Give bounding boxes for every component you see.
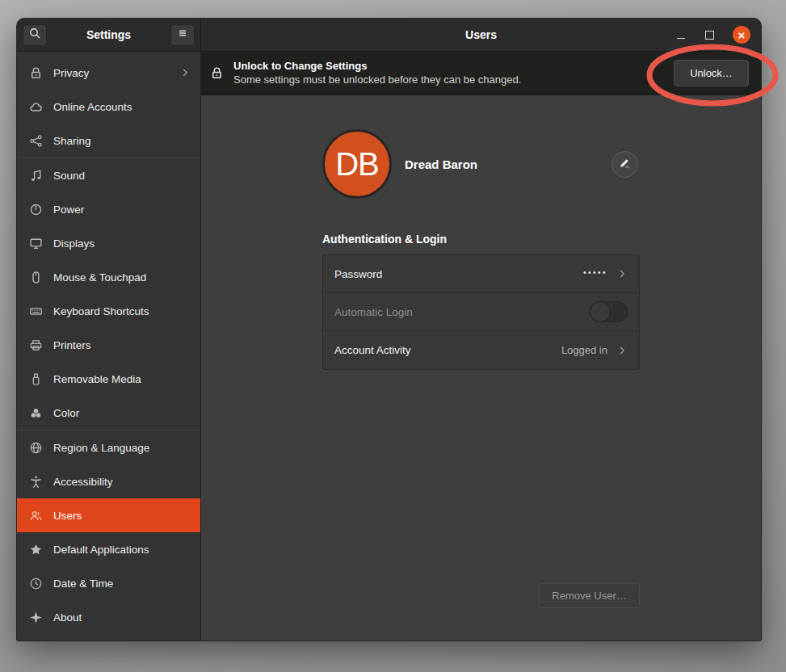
- sidebar-item-label: Privacy: [53, 67, 89, 79]
- sidebar-item-keyboard-shortcuts[interactable]: Keyboard Shortcuts: [17, 294, 200, 328]
- toggle-knob: [590, 301, 611, 322]
- automatic-login-row: Automatic Login: [323, 293, 639, 331]
- auth-rows-box: Password ••••• Automatic Login: [322, 254, 640, 370]
- sidebar-item-label: Removable Media: [53, 373, 141, 385]
- sidebar-item-label: Online Accounts: [53, 101, 132, 113]
- password-dots: •••••: [583, 268, 607, 280]
- users-content: DB Dread Baron Authentication & Login Pa…: [201, 95, 761, 640]
- chevron-right-icon: [179, 67, 191, 78]
- color-circles-icon: [29, 406, 43, 420]
- sidebar-item-mouse-touchpad[interactable]: Mouse & Touchpad: [17, 260, 200, 294]
- globe-icon: [29, 441, 43, 455]
- sidebar-item-label: Region & Language: [53, 442, 149, 454]
- share-icon: [29, 134, 43, 148]
- sidebar: Privacy Online Accounts Sharing Sound: [17, 52, 201, 640]
- sidebar-item-sharing[interactable]: Sharing: [17, 124, 200, 158]
- sidebar-item-label: About: [53, 611, 82, 624]
- sidebar-item-about[interactable]: About: [17, 600, 200, 634]
- sidebar-item-color[interactable]: Color: [17, 396, 200, 430]
- account-activity-value: Logged in: [561, 344, 607, 356]
- monitor-icon: [29, 237, 43, 250]
- account-activity-row[interactable]: Account Activity Logged in: [323, 331, 639, 369]
- user-card: DB Dread Baron: [322, 129, 640, 199]
- hamburger-menu-icon: [176, 27, 189, 43]
- app-title: Settings: [86, 28, 131, 41]
- sidebar-item-region-language[interactable]: Region & Language: [17, 430, 200, 464]
- sidebar-item-label: Default Applications: [53, 544, 149, 556]
- sidebar-item-label: Sound: [53, 170, 85, 182]
- star-icon: [29, 543, 43, 556]
- sidebar-item-privacy[interactable]: Privacy: [17, 56, 200, 90]
- sidebar-item-label: Accessibility: [53, 476, 113, 488]
- sidebar-item-label: Printers: [53, 339, 91, 351]
- clock-icon: [29, 577, 43, 590]
- sidebar-headerbar: Settings: [17, 19, 201, 51]
- search-icon: [28, 27, 41, 43]
- flash-drive-icon: [29, 372, 43, 386]
- unlock-banner: Unlock to Change Settings Some settings …: [201, 52, 761, 95]
- window-controls: ×: [676, 26, 750, 44]
- sparkle-icon: [29, 611, 43, 624]
- sidebar-item-accessibility[interactable]: Accessibility: [17, 464, 200, 498]
- sidebar-item-label: Keyboard Shortcuts: [53, 305, 149, 317]
- password-label: Password: [334, 268, 382, 280]
- printer-icon: [29, 338, 43, 352]
- remove-user-button[interactable]: Remove User…: [539, 583, 640, 608]
- keyboard-icon: [29, 304, 43, 318]
- sidebar-item-printers[interactable]: Printers: [17, 328, 200, 362]
- mouse-icon: [29, 271, 43, 284]
- unlock-banner-subtitle: Some settings must be unlocked before th…: [233, 74, 521, 87]
- auth-section-title: Authentication & Login: [322, 233, 640, 246]
- sidebar-item-default-applications[interactable]: Default Applications: [17, 532, 200, 566]
- sidebar-item-label: Displays: [53, 237, 95, 250]
- sidebar-item-label: Sharing: [53, 135, 91, 147]
- primary-menu-button[interactable]: [170, 24, 195, 46]
- sidebar-item-label: Users: [53, 510, 82, 522]
- automatic-login-toggle[interactable]: [590, 301, 628, 322]
- main-panel: Unlock to Change Settings Some settings …: [201, 52, 761, 640]
- users-icon: [29, 509, 43, 523]
- lock-icon: [210, 66, 224, 80]
- sidebar-item-label: Mouse & Touchpad: [53, 271, 146, 284]
- close-button[interactable]: ×: [733, 26, 750, 44]
- cloud-icon: [29, 100, 43, 114]
- sidebar-item-label: Color: [53, 407, 79, 419]
- sidebar-item-sound[interactable]: Sound: [17, 158, 200, 192]
- avatar[interactable]: DB: [322, 129, 392, 199]
- account-activity-label: Account Activity: [334, 344, 411, 356]
- maximize-button[interactable]: [704, 30, 714, 40]
- user-name: Dread Baron: [405, 158, 477, 171]
- power-gauge-icon: [29, 203, 43, 216]
- chevron-right-icon: [616, 345, 628, 356]
- music-note-icon: [29, 169, 43, 183]
- minimize-button[interactable]: [676, 30, 686, 40]
- automatic-login-label: Automatic Login: [334, 306, 413, 318]
- sidebar-item-users[interactable]: Users: [17, 498, 200, 532]
- unlock-banner-title: Unlock to Change Settings: [233, 60, 521, 74]
- titlebar: Settings Users ×: [17, 19, 761, 52]
- sidebar-item-removable-media[interactable]: Removable Media: [17, 362, 200, 396]
- sidebar-item-date-time[interactable]: Date & Time: [17, 566, 200, 600]
- edit-name-button[interactable]: [612, 151, 638, 178]
- sidebar-item-online-accounts[interactable]: Online Accounts: [17, 90, 200, 124]
- sidebar-item-power[interactable]: Power: [17, 192, 200, 226]
- sidebar-item-label: Power: [53, 204, 84, 216]
- unlock-banner-text: Unlock to Change Settings Some settings …: [233, 60, 521, 87]
- lock-icon: [29, 66, 43, 80]
- password-row[interactable]: Password •••••: [323, 255, 639, 293]
- sidebar-item-label: Date & Time: [53, 578, 113, 590]
- settings-window: Settings Users × Privacy Onlin: [17, 19, 761, 640]
- search-button[interactable]: [23, 24, 47, 46]
- pencil-icon: [619, 157, 631, 172]
- accessibility-person-icon: [29, 475, 43, 489]
- main-headerbar[interactable]: Users ×: [201, 19, 761, 51]
- chevron-right-icon: [616, 268, 628, 279]
- unlock-button[interactable]: Unlock…: [674, 60, 749, 86]
- sidebar-item-displays[interactable]: Displays: [17, 226, 200, 260]
